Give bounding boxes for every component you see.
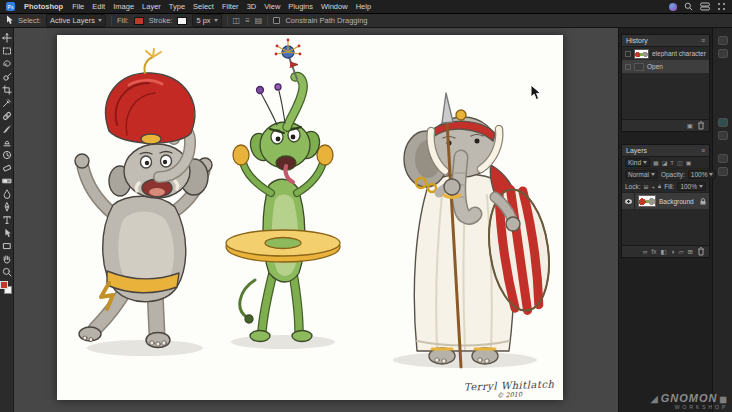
delete-state-icon[interactable]: [697, 121, 705, 130]
collapsed-brushes-panel-icon[interactable]: [718, 167, 728, 176]
switcher-icon[interactable]: [717, 2, 726, 11]
lock-pixels-icon[interactable]: ⊞: [644, 183, 649, 190]
adjustment-layer-icon[interactable]: ◑: [671, 248, 675, 255]
color-swatches[interactable]: [0, 281, 13, 295]
filter-kind-dropdown[interactable]: Kind: [625, 158, 650, 167]
filter-adjustment-icon[interactable]: ◪: [662, 159, 668, 166]
zoom-tool[interactable]: [1, 265, 13, 278]
collapsed-properties-panel-icon[interactable]: [718, 154, 728, 163]
layer-row-background[interactable]: Background: [622, 193, 709, 209]
menu-layer[interactable]: Layer: [138, 2, 165, 11]
pen-tool[interactable]: [1, 200, 13, 213]
constrain-path-checkbox[interactable]: [273, 17, 280, 24]
layer-style-icon[interactable]: fx: [651, 248, 656, 255]
path-operations-icon[interactable]: ◫: [233, 16, 241, 25]
chevron-down-icon: [98, 19, 102, 22]
collapsed-swatches-panel-icon[interactable]: [718, 49, 728, 58]
filter-pixel-icon[interactable]: ▦: [653, 159, 659, 166]
menu-image[interactable]: Image: [109, 2, 138, 11]
watermark-line1: GNOMON: [661, 393, 718, 404]
canvas-workspace[interactable]: Terryl Whitlatch © 2010: [14, 28, 618, 412]
brush-tool[interactable]: [1, 122, 13, 135]
lasso-tool[interactable]: [1, 57, 13, 70]
document-canvas[interactable]: Terryl Whitlatch © 2010: [57, 35, 563, 400]
history-snapshot-row[interactable]: elephant characters.jpeg: [622, 47, 709, 60]
history-state-row[interactable]: Open: [622, 60, 709, 73]
stroke-width-dropdown[interactable]: 5 px: [192, 14, 221, 27]
eyedropper-tool[interactable]: [1, 96, 13, 109]
blend-mode-dropdown[interactable]: Normal: [625, 170, 658, 179]
history-brush-source-icon[interactable]: [625, 51, 631, 57]
menu-window[interactable]: Window: [317, 2, 352, 11]
watermark-grid-icon: ▦: [719, 396, 728, 404]
hand-tool[interactable]: [1, 252, 13, 265]
history-brush-tool[interactable]: [1, 148, 13, 161]
eraser-tool[interactable]: [1, 161, 13, 174]
crop-tool[interactable]: [1, 83, 13, 96]
chevron-down-icon: [699, 185, 703, 188]
foreground-color-swatch[interactable]: [0, 281, 8, 289]
collapsed-libraries-panel-icon[interactable]: [718, 118, 728, 127]
photoshop-app-icon[interactable]: Ps: [6, 2, 15, 11]
collapsed-color-panel-icon[interactable]: [718, 36, 728, 45]
menubar-status-icons: [669, 2, 726, 11]
filter-smart-object-icon[interactable]: ▣: [686, 159, 692, 166]
layers-panel-title: Layers: [626, 147, 647, 154]
menu-view[interactable]: View: [260, 2, 284, 11]
spot-healing-tool[interactable]: [1, 109, 13, 122]
history-brush-source-icon[interactable]: [625, 64, 631, 70]
layer-mask-icon[interactable]: ◧: [660, 248, 666, 256]
move-tool[interactable]: [1, 31, 13, 44]
new-snapshot-icon[interactable]: ▣: [687, 122, 693, 130]
lock-all-icon[interactable]: [658, 183, 661, 190]
fill-swatch[interactable]: [134, 17, 144, 25]
rectangular-marquee-tool[interactable]: [1, 44, 13, 57]
lock-label: Lock:: [625, 183, 641, 190]
siri-icon[interactable]: [669, 3, 677, 11]
rectangle-shape-tool[interactable]: [1, 239, 13, 252]
layers-filter-row: Kind ▦ ◪ T ◫ ▣: [622, 157, 709, 169]
history-state-icon: [634, 63, 644, 71]
type-tool[interactable]: [1, 213, 13, 226]
collapsed-adjustments-panel-icon[interactable]: [718, 131, 728, 140]
filter-type-icon[interactable]: T: [670, 160, 674, 166]
new-layer-icon[interactable]: ⊞: [688, 248, 693, 256]
layer-group-icon[interactable]: ▱: [679, 248, 684, 256]
layer-name: Background: [659, 198, 697, 205]
visibility-cell[interactable]: [622, 193, 635, 209]
menu-help[interactable]: Help: [352, 2, 375, 11]
clone-stamp-tool[interactable]: [1, 135, 13, 148]
path-arrangement-icon[interactable]: ▤: [255, 16, 263, 25]
menu-plugins[interactable]: Plugins: [284, 2, 317, 11]
control-center-icon[interactable]: [700, 2, 710, 11]
path-selection-tool[interactable]: [1, 226, 13, 239]
menu-edit[interactable]: Edit: [88, 2, 109, 11]
lock-position-icon[interactable]: +: [652, 184, 656, 190]
menu-select[interactable]: Select: [189, 2, 218, 11]
quick-selection-tool[interactable]: [1, 70, 13, 83]
menu-3d[interactable]: 3D: [243, 2, 261, 11]
chevron-down-icon: [214, 19, 218, 22]
link-layers-icon[interactable]: ∞: [643, 248, 648, 255]
panel-dock: History ≡ elephant characters.jpeg Open …: [618, 28, 712, 412]
delete-layer-icon[interactable]: [697, 247, 705, 256]
panel-menu-icon[interactable]: ≡: [701, 37, 705, 44]
filter-shape-icon[interactable]: ◫: [677, 159, 683, 166]
opacity-dropdown[interactable]: 100%: [688, 170, 717, 179]
gradient-tool[interactable]: [1, 174, 13, 187]
menu-bar: Ps Photoshop File Edit Image Layer Type …: [0, 0, 732, 14]
panel-menu-icon[interactable]: ≡: [701, 147, 705, 154]
path-selection-tool-icon[interactable]: [5, 15, 13, 27]
layer-thumbnail[interactable]: [638, 195, 656, 207]
chevron-down-icon: [643, 161, 647, 164]
blur-tool[interactable]: [1, 187, 13, 200]
app-name[interactable]: Photoshop: [19, 2, 68, 11]
stroke-swatch[interactable]: [177, 17, 187, 25]
menu-filter[interactable]: Filter: [218, 2, 243, 11]
menu-type[interactable]: Type: [165, 2, 189, 11]
search-icon[interactable]: [684, 2, 693, 11]
fill-dropdown[interactable]: 100%: [677, 182, 706, 191]
path-alignment-icon[interactable]: ≡: [245, 16, 250, 25]
menu-file[interactable]: File: [68, 2, 88, 11]
select-mode-dropdown[interactable]: Active Layers: [46, 14, 106, 27]
